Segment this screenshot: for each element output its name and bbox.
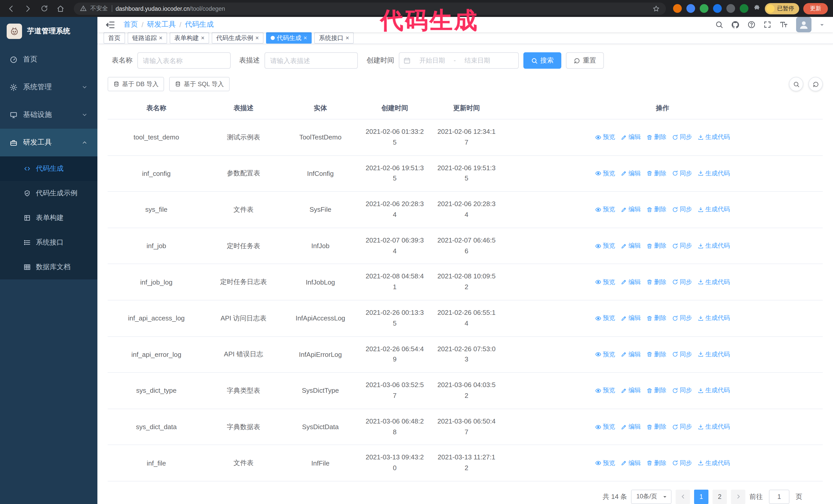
tag-tracing[interactable]: 链路追踪 × <box>128 32 167 44</box>
puzzle-extensions-icon[interactable] <box>753 5 761 12</box>
close-icon[interactable]: × <box>255 35 259 41</box>
preview-link[interactable]: 预览 <box>595 205 615 214</box>
tag-codegen[interactable]: 代码生成 × <box>266 32 312 44</box>
preview-link[interactable]: 预览 <box>595 423 615 431</box>
delete-link[interactable]: 删除 <box>646 241 666 250</box>
sidebar-item-api[interactable]: 系统接口 <box>0 230 97 255</box>
extension-icon[interactable] <box>740 4 748 13</box>
tag-codegen-example[interactable]: 代码生成示例 × <box>212 32 263 44</box>
address-bar[interactable]: 不安全 dashboard.yudao.iocoder.cn/tool/code… <box>74 2 666 15</box>
delete-link[interactable]: 删除 <box>646 205 666 214</box>
paused-profile-chip[interactable]: 已暂停 <box>765 3 799 14</box>
sync-link[interactable]: 同步 <box>672 386 692 395</box>
delete-link[interactable]: 删除 <box>646 459 666 467</box>
delete-link[interactable]: 删除 <box>646 350 666 359</box>
sql-import-button[interactable]: 基于 SQL 导入 <box>169 77 230 91</box>
tag-form-builder[interactable]: 表单构建 × <box>170 32 209 44</box>
font-size-icon[interactable] <box>779 21 788 29</box>
bookmark-star-icon[interactable] <box>652 5 660 12</box>
edit-link[interactable]: 编辑 <box>621 314 641 323</box>
preview-link[interactable]: 预览 <box>595 278 615 286</box>
sync-link[interactable]: 同步 <box>672 459 692 467</box>
edit-link[interactable]: 编辑 <box>621 133 641 142</box>
sidebar-item-form-builder[interactable]: 表单构建 <box>0 206 97 230</box>
edit-link[interactable]: 编辑 <box>621 386 641 395</box>
edit-link[interactable]: 编辑 <box>621 241 641 250</box>
preview-link[interactable]: 预览 <box>595 386 615 395</box>
next-page-button[interactable] <box>731 490 745 504</box>
generate-code-link[interactable]: 生成代码 <box>698 423 730 431</box>
preview-link[interactable]: 预览 <box>595 133 615 142</box>
prev-page-button[interactable] <box>675 490 690 504</box>
tag-api[interactable]: 系统接口 × <box>314 32 354 44</box>
delete-link[interactable]: 删除 <box>646 169 666 178</box>
sync-link[interactable]: 同步 <box>672 314 692 323</box>
page-button-2[interactable]: 2 <box>713 490 727 504</box>
sync-link[interactable]: 同步 <box>672 169 692 178</box>
page-size-select[interactable]: 10条/页 <box>631 490 671 504</box>
sidebar-item-db-doc[interactable]: 数据库文档 <box>0 255 97 280</box>
edit-link[interactable]: 编辑 <box>621 278 641 286</box>
sync-link[interactable]: 同步 <box>672 205 692 214</box>
sync-link[interactable]: 同步 <box>672 278 692 286</box>
refresh-table-button[interactable] <box>808 77 823 91</box>
extension-icon[interactable] <box>673 4 682 13</box>
avatar-caret-icon[interactable] <box>819 22 825 27</box>
close-icon[interactable]: × <box>159 35 163 41</box>
preview-link[interactable]: 预览 <box>595 314 615 323</box>
preview-link[interactable]: 预览 <box>595 241 615 250</box>
extension-icon[interactable] <box>686 4 695 13</box>
generate-code-link[interactable]: 生成代码 <box>698 314 730 323</box>
fullscreen-icon[interactable] <box>763 21 771 29</box>
sidebar-item-infra[interactable]: 基础设施 <box>0 101 97 129</box>
generate-code-link[interactable]: 生成代码 <box>698 169 730 178</box>
sidebar-item-home[interactable]: 首页 <box>0 46 97 73</box>
forward-icon[interactable] <box>22 2 34 15</box>
app-logo[interactable]: 芋道管理系统 <box>0 17 97 46</box>
home-icon[interactable] <box>54 2 67 15</box>
delete-link[interactable]: 删除 <box>646 278 666 286</box>
delete-link[interactable]: 删除 <box>646 386 666 395</box>
avatar[interactable] <box>796 17 811 32</box>
edit-link[interactable]: 编辑 <box>621 423 641 431</box>
generate-code-link[interactable]: 生成代码 <box>698 133 730 142</box>
help-icon[interactable] <box>747 21 756 29</box>
sidebar-item-system[interactable]: 系统管理 <box>0 73 97 101</box>
edit-link[interactable]: 编辑 <box>621 169 641 178</box>
search-icon[interactable] <box>715 21 723 29</box>
extension-icon[interactable] <box>713 4 722 13</box>
reload-icon[interactable] <box>38 2 50 15</box>
generate-code-link[interactable]: 生成代码 <box>698 386 730 395</box>
sync-link[interactable]: 同步 <box>672 133 692 142</box>
sidebar-item-devtools[interactable]: 研发工具 <box>0 129 97 157</box>
generate-code-link[interactable]: 生成代码 <box>698 205 730 214</box>
search-button[interactable]: 搜索 <box>523 52 561 69</box>
extension-icon[interactable] <box>727 4 735 13</box>
edit-link[interactable]: 编辑 <box>621 459 641 467</box>
sidebar-item-codegen[interactable]: 代码生成 <box>0 157 97 181</box>
preview-link[interactable]: 预览 <box>595 350 615 359</box>
generate-code-link[interactable]: 生成代码 <box>698 241 730 250</box>
preview-link[interactable]: 预览 <box>595 169 615 178</box>
delete-link[interactable]: 删除 <box>646 314 666 323</box>
table-desc-input[interactable] <box>264 52 358 69</box>
goto-page-input[interactable] <box>769 490 789 504</box>
generate-code-link[interactable]: 生成代码 <box>698 459 730 467</box>
toggle-search-button[interactable] <box>789 77 803 91</box>
generate-code-link[interactable]: 生成代码 <box>698 278 730 286</box>
table-name-input[interactable] <box>137 52 231 69</box>
back-icon[interactable] <box>5 2 18 15</box>
page-button-1[interactable]: 1 <box>694 490 709 504</box>
sync-link[interactable]: 同步 <box>672 241 692 250</box>
sidebar-item-codegen-example[interactable]: 代码生成示例 <box>0 181 97 206</box>
generate-code-link[interactable]: 生成代码 <box>698 350 730 359</box>
date-range-picker[interactable]: - <box>399 52 519 69</box>
date-start-input[interactable] <box>413 57 452 64</box>
browser-update-button[interactable]: 更新 <box>803 3 828 14</box>
close-icon[interactable]: × <box>346 35 349 41</box>
db-import-button[interactable]: 基于 DB 导入 <box>108 77 164 91</box>
sync-link[interactable]: 同步 <box>672 350 692 359</box>
close-icon[interactable]: × <box>201 35 205 41</box>
github-icon[interactable] <box>731 20 740 29</box>
reset-button[interactable]: 重置 <box>566 52 604 69</box>
